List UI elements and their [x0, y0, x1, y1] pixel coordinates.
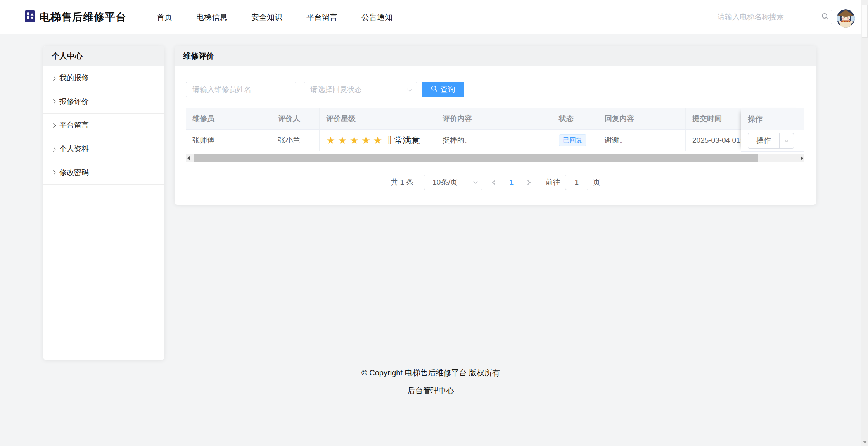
cell-reviewer: 张小兰 [271, 130, 320, 151]
nav-item-home[interactable]: 首页 [157, 12, 172, 22]
elevator-search-input[interactable] [712, 10, 818, 24]
table-horizontal-scrollbar[interactable] [186, 154, 804, 162]
chevron-down-icon [474, 179, 478, 183]
cell-reply: 谢谢。 [598, 130, 686, 151]
col-header-reviewer: 评价人 [271, 108, 320, 129]
page-vertical-scrollbar[interactable] [861, 0, 868, 446]
chevron-right-icon [51, 76, 56, 81]
vertical-scrollbar-thumb[interactable] [862, 5, 868, 38]
chevron-right-icon [51, 123, 56, 128]
sidebar-item-label: 个人资料 [59, 144, 89, 154]
col-header-content: 评价内容 [436, 108, 552, 129]
table-header-row: 维修员 评价人 评价星级 评价内容 状态 回复内容 提交时间 [186, 108, 804, 130]
chevron-right-icon [51, 170, 56, 175]
search-button[interactable] [818, 10, 832, 24]
action-dropdown-button[interactable]: 操作 [748, 133, 794, 149]
pagination: 共 1 条 10条/页 1 前往 页 [175, 175, 816, 190]
footer-admin-center-link[interactable]: 后台管理中心 [0, 385, 861, 396]
sidebar-item-profile[interactable]: 个人资料 [43, 137, 164, 161]
pagination-total: 共 1 条 [391, 177, 413, 187]
sidebar-item-label: 修改密码 [59, 168, 89, 178]
query-button[interactable]: 查询 [422, 82, 464, 97]
reply-status-placeholder: 请选择回复状态 [310, 85, 362, 95]
fixed-action-column: 操作 操作 [741, 108, 804, 152]
sidebar-item-platform-messages[interactable]: 平台留言 [43, 114, 164, 137]
pager: 1 [493, 178, 530, 187]
star-icon: ★ [338, 135, 347, 145]
current-page[interactable]: 1 [509, 178, 514, 187]
page-size-value: 10条/页 [432, 177, 457, 187]
chevron-down-icon [407, 86, 412, 92]
cell-star-rating: ★★★★★ 非常满意 [320, 130, 436, 151]
chevron-down-icon[interactable] [780, 133, 794, 148]
col-header-action: 操作 [741, 108, 804, 130]
page-unit-label: 页 [593, 177, 600, 187]
chevron-right-icon [51, 147, 56, 152]
star-icon: ★ [361, 135, 370, 145]
query-button-label: 查询 [441, 85, 455, 95]
search-icon [431, 85, 437, 94]
page-size-select[interactable]: 10条/页 [424, 175, 482, 190]
scroll-down-arrow[interactable] [863, 441, 867, 443]
nav-item-announcements[interactable]: 公告通知 [361, 12, 393, 22]
search-icon [821, 13, 829, 22]
col-header-star-rating: 评价星级 [320, 108, 436, 129]
col-header-repairman: 维修员 [186, 108, 271, 129]
star-icon: ★ [373, 135, 382, 145]
sidebar-item-my-repairs[interactable]: 我的报修 [43, 66, 164, 90]
review-table: 维修员 评价人 评价星级 评价内容 状态 回复内容 提交时间 张师傅 张小兰 ★… [186, 108, 804, 151]
horizontal-scrollbar-thumb[interactable] [194, 154, 758, 162]
col-header-status: 状态 [552, 108, 598, 129]
nav-item-elevator-info[interactable]: 电梯信息 [196, 12, 227, 22]
sidebar-item-label: 平台留言 [59, 120, 89, 130]
cell-content: 挺棒的。 [436, 130, 552, 151]
cell-action: 操作 [741, 130, 804, 152]
star-rating-label: 非常满意 [386, 135, 420, 146]
repairman-name-input[interactable] [186, 82, 296, 97]
nav-item-safety-knowledge[interactable]: 安全知识 [251, 12, 282, 22]
goto-page-input[interactable] [565, 175, 588, 190]
scroll-right-arrow[interactable] [799, 154, 804, 162]
elevator-search [712, 10, 832, 24]
elevator-logo-icon [25, 10, 35, 24]
sidebar-item-change-password[interactable]: 修改密码 [43, 161, 164, 185]
table-row: 张师傅 张小兰 ★★★★★ 非常满意 挺棒的。 已回复 谢谢。 2025-03-… [186, 130, 804, 151]
scroll-left-arrow[interactable] [186, 154, 191, 162]
personal-center-sidebar: 个人中心 我的报修 报修评价 平台留言 个人资料 修改密码 [43, 46, 164, 360]
filter-bar: 请选择回复状态 查询 [175, 82, 816, 97]
footer-copyright: © Copyright 电梯售后维修平台 版权所有 [0, 368, 861, 378]
top-divider [0, 5, 861, 5]
sidebar-item-label: 我的报修 [59, 73, 89, 83]
panel-title: 维修评价 [175, 46, 816, 66]
main-nav: 首页 电梯信息 安全知识 平台留言 公告通知 [157, 0, 393, 34]
goto-label: 前往 [546, 177, 560, 187]
app-title: 电梯售后维修平台 [40, 10, 126, 24]
sidebar-item-repair-reviews[interactable]: 报修评价 [43, 90, 164, 114]
user-avatar[interactable] [837, 9, 855, 28]
sidebar-item-label: 报修评价 [59, 97, 89, 107]
topbar: 电梯售后维修平台 首页 电梯信息 安全知识 平台留言 公告通知 [0, 0, 861, 34]
star-rating-icons: ★★★★★ [326, 135, 382, 145]
nav-item-platform-messages[interactable]: 平台留言 [306, 12, 337, 22]
reply-status-select[interactable]: 请选择回复状态 [304, 82, 417, 97]
chevron-right-icon [51, 99, 56, 104]
cell-status: 已回复 [552, 130, 598, 151]
cell-repairman: 张师傅 [186, 130, 271, 151]
star-icon: ★ [350, 135, 359, 145]
brand[interactable]: 电梯售后维修平台 [25, 0, 126, 34]
action-button-label: 操作 [748, 133, 780, 148]
status-badge: 已回复 [559, 134, 586, 146]
goto-page: 前往 页 [546, 175, 600, 190]
sidebar-title: 个人中心 [43, 46, 164, 66]
next-page-button[interactable] [526, 181, 530, 184]
prev-page-button[interactable] [493, 181, 496, 184]
col-header-reply: 回复内容 [598, 108, 686, 129]
star-icon: ★ [326, 135, 335, 145]
repair-review-panel: 维修评价 请选择回复状态 查询 维修员 评价人 评价星级 评价内容 状态 回复内… [175, 46, 816, 205]
